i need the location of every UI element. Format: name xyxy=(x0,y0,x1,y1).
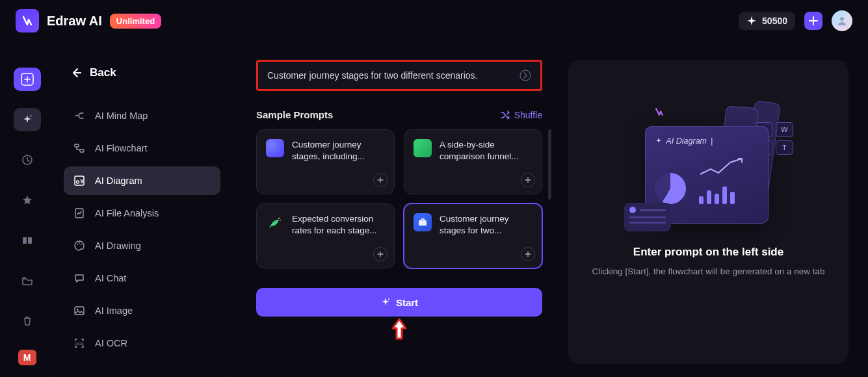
svg-point-18 xyxy=(278,218,280,219)
back-label: Back xyxy=(90,66,116,79)
illustration-title: AI Diagram| xyxy=(655,136,713,146)
prompt-card[interactable]: Customer journey stages, including... xyxy=(256,129,395,194)
svg-point-19 xyxy=(280,220,281,221)
prompt-text: A side-by-side comparison funnel... xyxy=(440,139,533,185)
svg-rect-7 xyxy=(80,150,84,152)
rail-recents-button[interactable] xyxy=(14,148,41,172)
prompt-card[interactable]: Customer journey stages for two... xyxy=(404,203,542,268)
shuffle-icon xyxy=(500,110,510,120)
svg-point-13 xyxy=(81,244,82,245)
add-prompt-button[interactable] xyxy=(521,173,535,187)
sidebar-item-label: AI Mind Map xyxy=(95,110,148,121)
svg-point-2 xyxy=(30,116,31,117)
prompt-input[interactable]: Customer journey stages for two differen… xyxy=(256,60,542,91)
sidebar-item-label: AI Diagram xyxy=(95,176,142,186)
back-button[interactable]: Back xyxy=(64,61,220,84)
main-area: Customer journey stages for two differen… xyxy=(230,42,868,377)
brand-name: Edraw AI xyxy=(47,14,102,29)
svg-rect-20 xyxy=(419,220,427,226)
svg-point-9 xyxy=(77,181,79,183)
svg-point-17 xyxy=(520,70,531,81)
image-icon xyxy=(73,304,86,317)
user-icon xyxy=(837,16,847,26)
prompt-input-value: Customer journey stages for two differen… xyxy=(267,70,477,81)
sidebar-item-label: AI OCR xyxy=(95,338,127,348)
plus-icon xyxy=(377,177,384,183)
plus-icon xyxy=(377,251,384,257)
prompt-card[interactable]: Expected conversion rates for each stage… xyxy=(256,203,395,268)
credits-value: 50500 xyxy=(762,16,787,26)
sidebar: Back AI Mind Map AI Flowchart AI Diagram xyxy=(55,42,230,377)
start-button[interactable]: Start xyxy=(256,288,542,317)
pie-icon xyxy=(655,173,686,204)
chat-bubble-icon xyxy=(266,139,284,157)
sample-prompts-header: Sample Prompts Shuffle xyxy=(256,109,542,120)
rail-trash-button[interactable] xyxy=(14,309,41,333)
rail-m-badge[interactable]: M xyxy=(18,350,36,365)
svg-rect-6 xyxy=(75,144,79,147)
sidebar-item-label: AI Chat xyxy=(95,273,126,283)
plan-badge: Unlimited xyxy=(110,14,161,29)
sidebar-item-diagram[interactable]: AI Diagram xyxy=(64,166,220,195)
header-right: 50500 xyxy=(739,10,852,31)
svg-point-21 xyxy=(388,298,389,300)
scrollbar[interactable] xyxy=(548,129,551,200)
sidebar-item-flowchart[interactable]: AI Flowchart xyxy=(64,134,220,162)
svg-point-11 xyxy=(77,244,78,245)
arrow-up-icon xyxy=(390,318,408,340)
icon-rail: M xyxy=(0,42,55,377)
svg-point-15 xyxy=(77,309,79,311)
rail-new-button[interactable] xyxy=(14,68,41,91)
prompt-text: Customer journey stages, including... xyxy=(292,139,385,185)
sidebar-item-label: AI File Analysis xyxy=(95,208,159,218)
sidebar-item-label: AI Drawing xyxy=(95,240,141,251)
bars-icon xyxy=(699,185,744,204)
prompt-grid: Customer journey stages, including... A … xyxy=(256,129,542,268)
plus-icon xyxy=(809,16,818,25)
rail-templates-button[interactable] xyxy=(14,229,41,252)
sparkle-icon xyxy=(21,114,33,125)
add-prompt-button[interactable] xyxy=(373,173,388,187)
sparkle-icon xyxy=(746,16,757,26)
prompt-column: Customer journey stages for two differen… xyxy=(256,60,542,364)
svg-rect-14 xyxy=(75,307,84,315)
app-header: Edraw AI Unlimited 50500 xyxy=(0,0,868,42)
sidebar-item-chat[interactable]: AI Chat xyxy=(64,264,220,292)
briefcase-icon xyxy=(414,213,432,231)
sidebar-item-image[interactable]: AI Image xyxy=(64,296,220,325)
folder-icon xyxy=(21,275,33,287)
sidebar-item-file-analysis[interactable]: AI File Analysis xyxy=(64,199,220,228)
sidebar-nav: AI Mind Map AI Flowchart AI Diagram AI F… xyxy=(64,101,220,358)
shapes-icon xyxy=(21,235,33,246)
rail-ai-button[interactable] xyxy=(14,108,41,131)
shuffle-button[interactable]: Shuffle xyxy=(500,110,542,120)
rail-favorites-button[interactable] xyxy=(14,188,41,212)
svg-point-12 xyxy=(79,242,80,244)
plus-icon xyxy=(525,251,531,257)
preview-heading: Enter prompt on the left side xyxy=(633,246,783,259)
sidebar-item-ocr[interactable]: OCR AI OCR xyxy=(64,329,220,358)
sidebar-item-mindmap[interactable]: AI Mind Map xyxy=(64,101,220,130)
plus-square-icon xyxy=(21,73,34,86)
palette-icon xyxy=(73,239,86,252)
logo-tiny-icon xyxy=(654,107,664,117)
add-credits-button[interactable] xyxy=(804,12,822,30)
trash-icon xyxy=(21,315,33,327)
add-prompt-button[interactable] xyxy=(521,247,535,261)
section-title: Sample Prompts xyxy=(256,109,333,120)
add-prompt-button[interactable] xyxy=(373,247,388,261)
leaf-icon xyxy=(266,213,284,231)
credits-display[interactable]: 50500 xyxy=(739,12,795,30)
submit-arrow-icon[interactable] xyxy=(519,70,531,81)
star-icon xyxy=(21,194,33,206)
mindmap-icon xyxy=(73,109,86,122)
svg-point-0 xyxy=(840,17,844,21)
prompt-card[interactable]: A side-by-side comparison funnel... xyxy=(404,129,542,194)
flowchart-icon xyxy=(73,142,86,155)
user-avatar[interactable] xyxy=(832,10,852,31)
app-logo xyxy=(16,9,39,32)
sidebar-item-drawing[interactable]: AI Drawing xyxy=(64,231,220,260)
sparkle-icon xyxy=(380,297,391,307)
rail-files-button[interactable] xyxy=(14,269,41,292)
header-left: Edraw AI Unlimited xyxy=(16,9,161,32)
